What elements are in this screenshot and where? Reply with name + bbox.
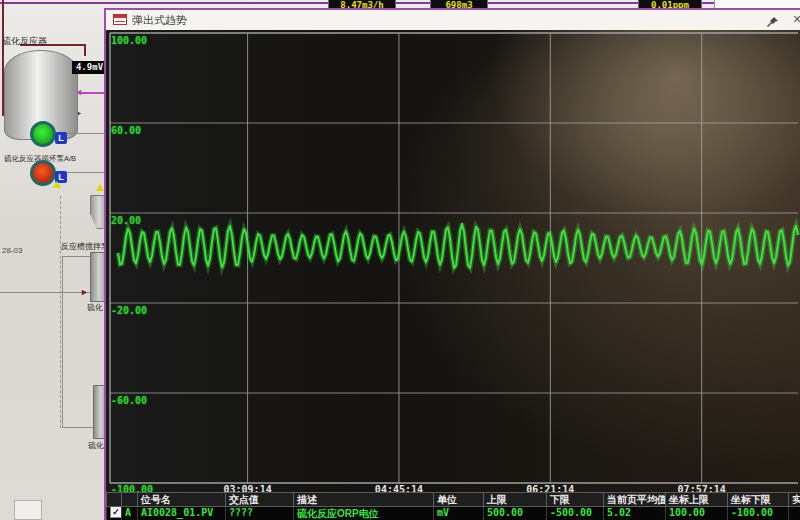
y-tick-neg60: -60.00 bbox=[111, 395, 147, 406]
col-description: 描述 bbox=[294, 492, 434, 507]
pipe-top-drop bbox=[84, 44, 86, 56]
y-tick-neg20: -20.00 bbox=[111, 305, 147, 316]
trend-window-icon bbox=[113, 14, 127, 25]
close-icon[interactable]: ✕ bbox=[790, 12, 800, 26]
row-unit: mV bbox=[434, 507, 484, 520]
dashed-signal-line bbox=[60, 196, 61, 428]
row-cross-value: ???? bbox=[226, 507, 294, 520]
transfer-arrow-icon: ► bbox=[80, 288, 89, 297]
table-header-row: 位号名 交点值 描述 单位 上限 下限 当前页平均值 坐标上限 坐标下限 实时 bbox=[106, 492, 800, 507]
col-high-limit: 上限 bbox=[484, 492, 547, 507]
transfer-line bbox=[0, 292, 90, 293]
alarm-triangle-icon bbox=[53, 181, 61, 188]
table-row[interactable]: ✓ A AI0028_01.PV ???? 硫化反应ORP电位 mV 500.0… bbox=[106, 507, 800, 520]
y-tick-100: 100.00 bbox=[111, 35, 147, 46]
bottom-left-panel bbox=[14, 500, 42, 520]
col-tag-name: 位号名 bbox=[138, 492, 226, 507]
trend-plot bbox=[106, 30, 800, 492]
window-title: 弹出式趋势 bbox=[132, 13, 187, 28]
tank-2-label: 硫化 bbox=[88, 440, 104, 451]
row-tag-name: AI0028_01.PV bbox=[138, 507, 226, 520]
y-tick-60: 60.00 bbox=[111, 125, 141, 136]
pump-a-line bbox=[67, 133, 107, 134]
y-tick-20: 20.00 bbox=[111, 215, 141, 226]
row-page-average: 5.02 bbox=[604, 507, 666, 520]
trend-popup-window: 弹出式趋势 ✕ 100.00 60.00 20.00 -20.00 -60.00… bbox=[104, 8, 800, 520]
x-tick-3: 06:21:14 bbox=[526, 484, 574, 492]
x-tick-4: 07:57:14 bbox=[678, 484, 726, 492]
col-marker bbox=[122, 492, 138, 507]
col-unit: 单位 bbox=[434, 492, 484, 507]
row-low-limit: -500.00 bbox=[547, 507, 604, 520]
x-tick-2: 04:45:14 bbox=[375, 484, 423, 492]
col-low-limit: 下限 bbox=[547, 492, 604, 507]
tank-area-label: 反应槽搅拌泵 bbox=[61, 241, 109, 252]
row-coord-high: 100.00 bbox=[666, 507, 728, 520]
col-select bbox=[106, 492, 122, 507]
pin-icon[interactable] bbox=[766, 14, 780, 26]
col-page-average: 当前页平均值 bbox=[604, 492, 666, 507]
equipment-code: 28-03 bbox=[2, 246, 22, 255]
row-marker: A bbox=[122, 507, 138, 520]
col-cross-value: 交点值 bbox=[226, 492, 294, 507]
row-checkbox[interactable]: ✓ bbox=[110, 507, 122, 518]
col-realtime: 实时 bbox=[789, 492, 800, 507]
reactor-label: 硫化反应器 bbox=[2, 35, 47, 48]
hmi-screen: 8.47m3/h 698m3 0.01ppm ► ◄ 硫化反应器 4.9mV L… bbox=[0, 0, 800, 520]
orp-value-badge: 4.9mV bbox=[72, 61, 107, 74]
row-high-limit: 500.00 bbox=[484, 507, 547, 520]
tank-1-label: 硫化 bbox=[87, 302, 103, 313]
row-coord-low: -100.00 bbox=[728, 507, 789, 520]
trend-chart[interactable]: 100.00 60.00 20.00 -20.00 -60.00 -100.00… bbox=[106, 30, 800, 492]
col-coord-high: 坐标上限 bbox=[666, 492, 728, 507]
y-tick-neg100: -100.00 bbox=[111, 484, 153, 492]
window-titlebar[interactable]: 弹出式趋势 ✕ bbox=[106, 10, 800, 31]
orp-signal-line bbox=[80, 92, 106, 94]
x-tick-1: 03:09:14 bbox=[224, 484, 272, 492]
trend-parameter-table: 位号名 交点值 描述 单位 上限 下限 当前页平均值 坐标上限 坐标下限 实时 … bbox=[106, 492, 800, 520]
pump-a-status-badge: L bbox=[55, 132, 67, 144]
pump-b-line bbox=[67, 172, 107, 173]
row-description: 硫化反应ORP电位 bbox=[294, 507, 434, 520]
col-coord-low: 坐标下限 bbox=[728, 492, 789, 507]
row-select-cell: ✓ bbox=[106, 507, 122, 520]
alarm-triangle-icon-2 bbox=[96, 184, 104, 191]
row-realtime bbox=[789, 507, 800, 520]
circulation-pump-a[interactable] bbox=[30, 121, 56, 147]
